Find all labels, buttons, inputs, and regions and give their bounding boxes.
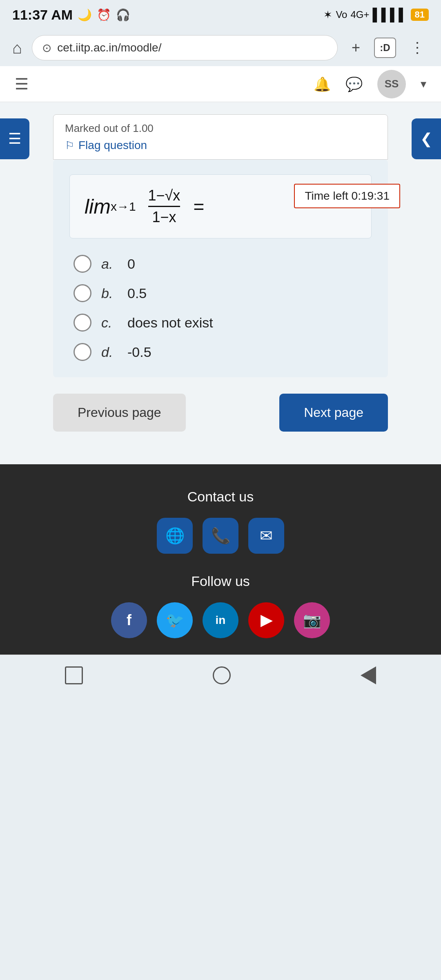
globe-icon: 🌐 — [165, 527, 185, 545]
option-label-d: d. — [101, 344, 118, 360]
side-panel-right-button[interactable]: ❮ — [412, 118, 441, 159]
twitter-icon: 🐦 — [166, 612, 184, 629]
back-triangle-icon — [361, 666, 376, 684]
youtube-icon: ▶ — [261, 612, 272, 629]
notification-icon[interactable]: 🔔 — [314, 76, 331, 92]
status-icons-right: ✶ Vo 4G+ ▌▌▌▌ 81 — [323, 8, 429, 22]
content-area: ☰ ❮ Time left 0:19:31 Marked out of 1.00… — [0, 102, 441, 464]
lim-symbol: lim — [85, 195, 111, 218]
facebook-button[interactable]: f — [111, 602, 147, 638]
back-nav-button[interactable] — [361, 666, 376, 684]
options-list: a. 0 b. 0.5 c. does not exist d. -0.5 — [69, 255, 372, 361]
option-value-a: 0 — [127, 256, 135, 272]
circle-icon — [213, 666, 231, 684]
mail-icon: ✉ — [260, 527, 273, 545]
dropdown-icon[interactable]: ▾ — [421, 77, 426, 91]
option-label-b: b. — [101, 285, 118, 301]
instagram-button[interactable]: 📷 — [294, 602, 330, 638]
globe-icon-button[interactable]: 🌐 — [157, 518, 193, 554]
side-panel-left-button[interactable]: ☰ — [0, 118, 29, 159]
linkedin-button[interactable]: in — [203, 602, 238, 638]
fraction-display: 1−√x 1−x — [148, 187, 180, 226]
linkedin-icon: in — [216, 614, 226, 627]
bottom-nav-bar — [0, 655, 441, 695]
user-avatar[interactable]: SS — [377, 70, 406, 98]
numerator: 1−√x — [148, 187, 180, 207]
radio-c[interactable] — [74, 314, 91, 332]
menu-button[interactable]: ⋮ — [406, 39, 429, 56]
flag-label: Flag question — [78, 139, 147, 152]
youtube-button[interactable]: ▶ — [248, 602, 284, 638]
new-tab-button[interactable]: + — [347, 39, 364, 56]
instagram-icon: 📷 — [303, 612, 321, 629]
header-nav: ☰ 🔔 💬 SS ▾ — [0, 66, 441, 102]
option-label-c: c. — [101, 315, 118, 331]
list-icon: ☰ — [8, 130, 21, 147]
twitter-button[interactable]: 🐦 — [157, 602, 193, 638]
chat-icon[interactable]: 💬 — [345, 76, 363, 92]
signal-icon: Vo — [336, 9, 347, 20]
mail-icon-button[interactable]: ✉ — [248, 518, 284, 554]
nav-buttons: Previous page Next page — [53, 394, 388, 432]
radio-a[interactable] — [74, 255, 91, 273]
status-bar: 11:37 AM 🌙 ⏰ 🎧 ✶ Vo 4G+ ▌▌▌▌ 81 — [0, 0, 441, 29]
url-text: cet.iitp.ac.in/moodle/ — [57, 41, 327, 54]
option-label-a: a. — [101, 256, 118, 272]
follow-title: Follow us — [16, 573, 425, 589]
option-d[interactable]: d. -0.5 — [74, 343, 368, 361]
address-bar[interactable]: ⊙ cet.iitp.ac.in/moodle/ — [32, 35, 338, 60]
bluetooth-icon: ✶ — [323, 9, 332, 21]
phone-icon-button[interactable]: 📞 — [203, 518, 238, 554]
flag-question-link[interactable]: ⚐ Flag question — [65, 139, 376, 152]
chevron-left-icon: ❮ — [420, 130, 432, 147]
option-value-c: does not exist — [127, 315, 213, 331]
home-nav-button[interactable] — [213, 666, 231, 684]
nav-right: 🔔 💬 SS ▾ — [314, 70, 426, 98]
limit-subscript: x→1 — [111, 200, 136, 214]
question-info-bar: Marked out of 1.00 ⚐ Flag question — [53, 114, 388, 160]
browser-bar: ⌂ ⊙ cet.iitp.ac.in/moodle/ + :D ⋮ — [0, 29, 441, 66]
secure-icon: ⊙ — [42, 41, 51, 55]
alarm-icon: ⏰ — [97, 8, 111, 22]
denominator: 1−x — [152, 209, 176, 226]
marked-out-label: Marked out of 1.00 — [65, 122, 376, 135]
bars-icon: ▌▌▌▌ — [372, 8, 407, 22]
network-icon: 4G+ — [350, 9, 369, 20]
home-icon[interactable]: ⌂ — [12, 39, 22, 57]
hamburger-icon[interactable]: ☰ — [15, 75, 29, 93]
previous-page-button[interactable]: Previous page — [53, 394, 186, 432]
radio-d[interactable] — [74, 343, 91, 361]
option-c[interactable]: c. does not exist — [74, 314, 368, 332]
next-page-button[interactable]: Next page — [279, 394, 388, 432]
contact-title: Contact us — [16, 489, 425, 505]
option-b[interactable]: b. 0.5 — [74, 284, 368, 302]
radio-b[interactable] — [74, 284, 91, 302]
headset-icon: 🎧 — [116, 8, 130, 22]
battery-indicator: 81 — [411, 9, 429, 21]
moon-icon: 🌙 — [78, 8, 92, 22]
square-icon — [65, 666, 83, 684]
timer-box: Time left 0:19:31 — [294, 184, 400, 208]
option-value-b: 0.5 — [127, 285, 147, 301]
option-a[interactable]: a. 0 — [74, 255, 368, 273]
equals-sign: = — [193, 196, 204, 218]
flag-icon: ⚐ — [65, 139, 74, 152]
footer: Contact us 🌐 📞 ✉ Follow us f 🐦 in ▶ 📷 — [0, 464, 441, 655]
phone-icon: 📞 — [211, 527, 230, 545]
tab-switcher[interactable]: :D — [374, 38, 396, 58]
option-value-d: -0.5 — [127, 344, 151, 360]
facebook-icon: f — [127, 612, 131, 629]
contact-icons-row: 🌐 📞 ✉ — [16, 518, 425, 554]
status-time: 11:37 AM — [12, 7, 73, 23]
recent-apps-button[interactable] — [65, 666, 83, 684]
social-icons-row: f 🐦 in ▶ 📷 — [16, 602, 425, 638]
timer-label: Time left 0:19:31 — [305, 189, 390, 202]
